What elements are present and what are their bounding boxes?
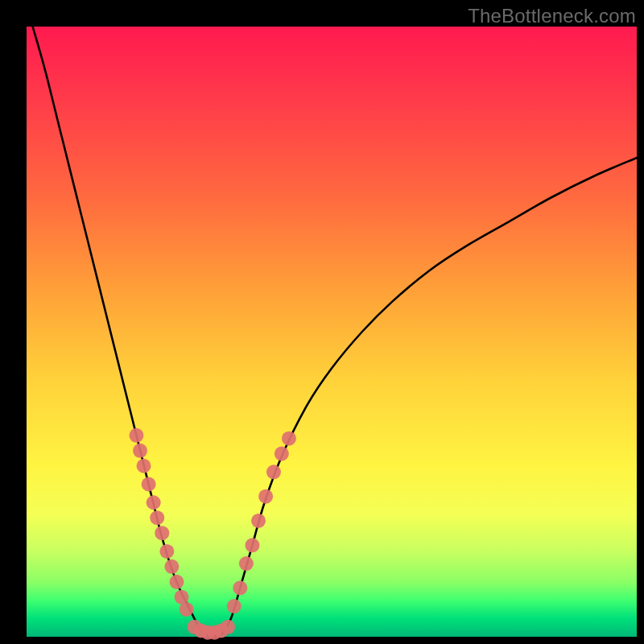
chart-dot	[221, 620, 235, 634]
chart-dots	[129, 428, 296, 640]
chart-dot	[164, 559, 179, 574]
chart-dot	[169, 575, 184, 589]
chart-dot	[266, 464, 281, 479]
chart-series-left-curve	[33, 27, 204, 634]
chart-lines	[33, 27, 637, 636]
chart-dot	[142, 477, 156, 492]
chart-dot	[159, 544, 174, 559]
chart-dot	[275, 447, 289, 461]
chart-dot	[282, 431, 296, 446]
chart-dot	[155, 526, 169, 540]
chart-dot	[258, 489, 273, 504]
chart-frame: TheBottleneck.com	[0, 0, 644, 644]
chart-series-right-curve	[222, 158, 637, 634]
chart-svg	[27, 27, 637, 637]
chart-dot	[133, 444, 147, 458]
chart-dot	[233, 580, 247, 595]
watermark-text: TheBottleneck.com	[468, 5, 636, 27]
chart-dot	[239, 556, 254, 571]
chart-dot	[251, 514, 266, 528]
chart-dot	[137, 459, 151, 473]
chart-dot	[180, 602, 194, 617]
chart-dot	[227, 599, 242, 613]
chart-dot	[150, 510, 164, 525]
chart-dot	[245, 538, 259, 552]
chart-plot-area	[27, 27, 637, 637]
chart-dot	[147, 495, 161, 510]
chart-dot	[129, 428, 143, 443]
